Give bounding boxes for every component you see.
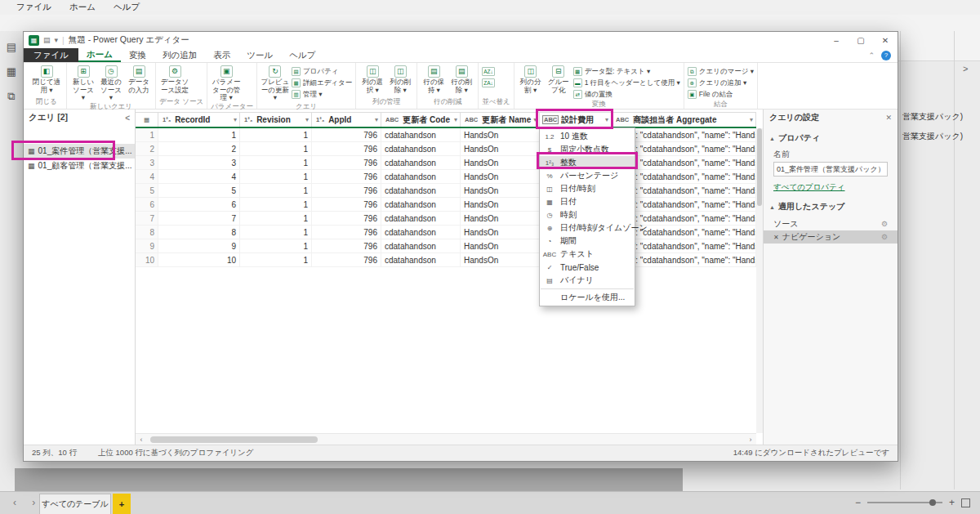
query-item-anken[interactable]: ▦ 01_案件管理（営業支援... (24, 144, 135, 159)
menu-item-duration[interactable]: ◔期間 (540, 235, 635, 248)
recent-sources-button[interactable]: ◷最近のソース ▾ (98, 65, 124, 102)
menu-item-time[interactable]: ◷時刻 (540, 208, 635, 221)
filter-icon[interactable]: ▾ (533, 116, 537, 123)
table-row[interactable]: 5 5 1 796 cdatahandson HandsOn code": "c… (136, 184, 756, 198)
replace-values-button[interactable]: ⇄値の置換 (573, 89, 680, 100)
group-by-button[interactable]: ⊟グループ化 (546, 65, 572, 94)
column-header-koshinsha-name[interactable]: ABC更新者 Name▾ (461, 113, 540, 127)
refresh-preview-button[interactable]: ↻プレビューの更新 ▾ (261, 65, 290, 102)
split-column-button[interactable]: ◫列の分割 ▾ (518, 65, 544, 94)
step-navigation[interactable]: ✕ ナビゲーション ⚙ (764, 230, 898, 244)
table-row[interactable]: 4 4 1 796 cdatahandson HandsOn code": "c… (136, 170, 756, 184)
zoom-in-icon[interactable]: + (949, 497, 955, 508)
table-row[interactable]: 7 7 1 796 cdatahandson HandsOn code": "c… (136, 212, 756, 226)
table-row[interactable]: 2 2 1 796 cdatahandson HandsOn code": "c… (136, 142, 756, 156)
advanced-editor-button[interactable]: ▦詳細エディター (292, 78, 352, 88)
menu-item-datetimezone[interactable]: ⊕日付/時刻/タイムゾーン (540, 221, 635, 235)
menu-item-whole-number[interactable]: 1²₃整数 (540, 156, 635, 169)
tab-all-tables[interactable]: すべてのテーブル (39, 494, 111, 514)
use-first-row-headers-button[interactable]: ▬1 行目をヘッダーとして使用 ▾ (573, 78, 680, 88)
expand-panel-icon[interactable]: > (963, 64, 968, 74)
menu-item-using-locale[interactable]: ロケールを使用... (540, 291, 635, 304)
close-pane-icon[interactable]: ✕ (885, 114, 892, 122)
table-row[interactable]: 9 9 1 796 cdatahandson HandsOn code": "c… (136, 239, 756, 253)
text-type-icon[interactable]: ABC (463, 115, 479, 124)
column-header-shodan-aggregate[interactable]: ABC商談担当者 Aggregate▾ (612, 113, 756, 127)
add-table-tab-button[interactable]: + (113, 494, 131, 514)
table-row[interactable]: 8 8 1 796 cdatahandson HandsOn code": "c… (136, 226, 756, 239)
save-icon[interactable]: ▤ (43, 36, 51, 44)
all-properties-link[interactable]: すべてのプロパティ (764, 177, 898, 194)
remove-columns-button[interactable]: ◫列の削除 ▾ (387, 65, 413, 94)
maximize-icon[interactable]: ▢ (849, 36, 873, 45)
table-row[interactable]: 10 10 1 796 cdatahandson HandsOn code": … (136, 253, 756, 267)
new-source-button[interactable]: ⊞新しいソース ▾ (70, 65, 96, 102)
data-view-icon[interactable]: ▦ (5, 65, 18, 78)
menu-item-decimal[interactable]: 1.210 進数 (540, 130, 635, 143)
choose-columns-button[interactable]: ◫列の選択 ▾ (359, 65, 385, 94)
help-icon[interactable]: ? (881, 51, 891, 60)
filter-icon[interactable]: ▾ (454, 116, 457, 123)
sort-ascending-button[interactable]: AZ↓ (482, 66, 495, 77)
table-row[interactable]: 3 3 1 796 cdatahandson HandsOn code": "c… (136, 156, 756, 170)
zoom-slider-thumb[interactable] (929, 499, 936, 506)
column-header-appid[interactable]: 1²₃AppId▾ (312, 113, 381, 127)
manage-parameters-button[interactable]: ▣パラメーターの管理 ▾ (211, 65, 242, 102)
menu-item-date[interactable]: ▦日付 (540, 195, 635, 208)
menu-item-datetime[interactable]: ◫日付/時刻 (540, 182, 635, 195)
host-tab-file[interactable]: ファイル (8, 0, 60, 15)
collapse-section-icon[interactable]: ▲ (769, 204, 775, 210)
enter-data-button[interactable]: ▤データの入力 (126, 65, 152, 94)
model-view-icon[interactable]: ⧉ (5, 90, 18, 103)
column-header-recordid[interactable]: 1²₃RecordId▾ (158, 113, 240, 127)
whole-number-type-icon[interactable]: 1²₃ (243, 115, 254, 124)
vertical-scrollbar[interactable] (756, 128, 763, 433)
profiling-note[interactable]: 上位 1000 行に基づく列のプロファイリング (98, 448, 254, 458)
horizontal-scrollbar[interactable]: ‹ › (136, 433, 756, 445)
menu-item-text[interactable]: ABCテキスト (540, 248, 635, 261)
data-source-settings-button[interactable]: ⚙データソース設定 (159, 65, 190, 94)
delete-step-icon[interactable]: ✕ (773, 234, 779, 241)
select-all-corner[interactable]: ▦ (136, 113, 158, 127)
pq-tab-view[interactable]: 表示 (205, 48, 238, 62)
pq-tab-transform[interactable]: 変換 (121, 48, 154, 62)
whole-number-type-icon[interactable]: 1²₃ (161, 115, 172, 124)
zoom-slider[interactable] (867, 502, 942, 503)
text-type-icon[interactable]: ABC (384, 115, 400, 124)
vertical-scrollbar-thumb[interactable] (757, 128, 762, 206)
append-queries-button[interactable]: ⊕クエリの追加 ▾ (688, 78, 754, 88)
keep-rows-button[interactable]: ▤行の保持 ▾ (421, 65, 447, 94)
titlebar-caret-icon[interactable]: ▾ (55, 36, 59, 44)
data-type-button[interactable]: ▦データ型: テキスト ▾ (573, 66, 680, 77)
menu-item-percentage[interactable]: %パーセンテージ (540, 169, 635, 182)
step-source[interactable]: ソース ⚙ (764, 217, 898, 230)
column-header-koshinsha-code[interactable]: ABC更新者 Code▾ (381, 113, 461, 127)
gear-icon[interactable]: ⚙ (881, 220, 888, 228)
filter-icon[interactable]: ▾ (305, 116, 309, 123)
close-icon[interactable]: ✕ (873, 36, 898, 45)
query-name-input[interactable]: 01_案件管理（営業支援パック） (773, 162, 888, 177)
close-apply-button[interactable]: ◧閉じて適用 ▾ (30, 65, 63, 94)
menu-item-binary[interactable]: ▤バイナリ (540, 274, 635, 287)
text-type-icon[interactable]: ABC (614, 115, 630, 124)
merge-queries-button[interactable]: ⧉クエリのマージ ▾ (688, 66, 754, 77)
sort-descending-button[interactable]: ZA↓ (482, 78, 495, 88)
query-item-kokyaku[interactable]: ▦ 01_顧客管理（営業支援... (24, 159, 135, 173)
column-header-sekkeihiyo[interactable]: ABC設計費用▾ (540, 113, 612, 127)
pq-tab-add-column[interactable]: 列の追加 (154, 48, 205, 62)
pq-tab-tools[interactable]: ツール (238, 48, 281, 62)
filter-icon[interactable]: ▾ (750, 116, 753, 123)
collapse-ribbon-icon[interactable]: ⌃ (868, 51, 875, 60)
pq-tab-home[interactable]: ホーム (78, 48, 121, 62)
text-type-icon-pressed[interactable]: ABC (542, 115, 559, 124)
table-row[interactable]: 6 6 1 796 cdatahandson HandsOn code": "c… (136, 198, 756, 212)
tab-nav-arrows[interactable]: ‹ › (13, 497, 42, 508)
filter-icon[interactable]: ▾ (234, 116, 237, 123)
manage-button[interactable]: ▥管理 ▾ (292, 89, 352, 100)
report-view-icon[interactable]: ▤ (5, 41, 18, 54)
minimize-icon[interactable]: – (824, 36, 849, 45)
remove-rows-button[interactable]: ▤行の削除 ▾ (448, 65, 474, 94)
pq-tab-file[interactable]: ファイル (24, 48, 78, 62)
zoom-out-icon[interactable]: − (855, 497, 861, 508)
scroll-right-icon[interactable]: › (745, 436, 756, 444)
